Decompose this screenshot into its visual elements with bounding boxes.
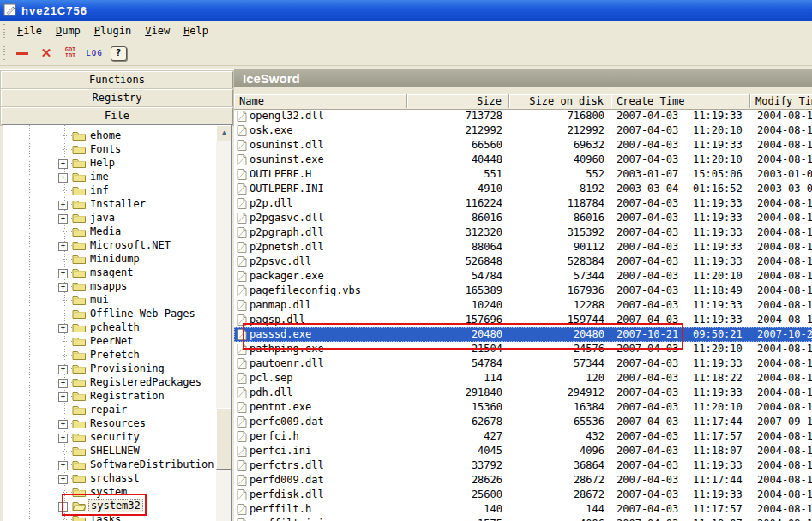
cell-size: 427 xyxy=(407,431,502,442)
tree-item-shellnew[interactable]: SHELLNEW xyxy=(3,444,214,458)
app-icon[interactable] xyxy=(3,3,17,17)
tree-item-peernet[interactable]: PeerNet xyxy=(3,334,214,348)
menubar-gripper[interactable] xyxy=(3,24,5,38)
cell-name: perfctrs.dll xyxy=(250,460,324,471)
tree-expander-icon[interactable]: + xyxy=(58,159,68,169)
table-row[interactable]: perfc009.dat62678655362007-04-0311:17:44… xyxy=(234,415,812,429)
sidebar-section-file[interactable]: File xyxy=(1,107,233,125)
table-row[interactable]: p2pnetsh.dll88064901122007-04-0311:19:33… xyxy=(234,240,812,255)
scroll-thumb[interactable] xyxy=(216,408,232,470)
table-row[interactable]: OUTLPERF.H5515522003-01-0715:05:062003-0… xyxy=(234,167,812,182)
tree-item-softwaredistribution[interactable]: +SoftwareDistribution xyxy=(3,458,214,471)
tree-item-msapps[interactable]: +msapps xyxy=(3,279,214,293)
scroll-up-button[interactable]: ▲ xyxy=(216,125,232,141)
tree-item-security[interactable]: +security xyxy=(3,430,214,444)
table-row[interactable]: pcl.sep1141202007-04-0311:18:222004-08-1… xyxy=(234,371,812,386)
tree-expander-icon[interactable]: + xyxy=(58,475,68,484)
tree-expander-icon[interactable]: + xyxy=(58,379,68,388)
tree-item-minidump[interactable]: Minidump xyxy=(3,252,214,266)
tree-expander-icon[interactable]: + xyxy=(58,392,68,402)
tree-expander-icon[interactable]: + xyxy=(58,434,68,443)
table-row[interactable]: pdh.dll2918402949122007-04-0311:19:33200… xyxy=(234,386,812,400)
tree-item-java[interactable]: +java xyxy=(3,211,214,225)
sidebar-section-functions[interactable]: Functions xyxy=(1,71,233,89)
tree-item-ime[interactable]: +ime xyxy=(3,170,214,183)
tree-expander-icon[interactable]: + xyxy=(58,365,68,374)
tree-item-repair[interactable]: repair xyxy=(3,403,214,416)
gdt-idt-button[interactable]: GDT IDT xyxy=(60,44,81,63)
tree-item-pchealth[interactable]: +pchealth xyxy=(3,320,214,334)
tree-item-help[interactable]: +Help xyxy=(3,156,214,170)
column-header-size[interactable]: Size xyxy=(407,94,509,108)
table-row[interactable]: osk.exe2129922129922007-04-0311:20:10200… xyxy=(234,123,812,138)
tree-item-registeredpackages[interactable]: +RegisteredPackages xyxy=(3,375,214,389)
cell-size-on-disk: 57344 xyxy=(509,358,604,369)
table-row[interactable]: perfdisk.dll25600286722007-04-0311:19:33… xyxy=(234,488,812,502)
tree-item-inf[interactable]: inf xyxy=(3,183,214,197)
table-row[interactable]: perffilt.h1401442007-04-0311:17:572004-0… xyxy=(234,502,812,517)
tree-item-msagent[interactable]: +msagent xyxy=(3,266,214,279)
minimize-tool-button[interactable] xyxy=(12,44,33,63)
tree-expander-icon[interactable]: + xyxy=(58,214,68,224)
tree-item-prefetch[interactable]: Prefetch xyxy=(3,348,214,362)
tree-item-mui[interactable]: mui xyxy=(3,293,214,307)
tree-item-provisioning[interactable]: +Provisioning xyxy=(3,362,214,375)
tree-item-media[interactable]: Media xyxy=(3,225,214,238)
table-row[interactable]: osuninst.exe40448409602007-04-0311:20:10… xyxy=(234,153,812,167)
tree-item-ehome[interactable]: ehome xyxy=(3,129,214,142)
tree-item-resources[interactable]: +Resources xyxy=(3,416,214,430)
tree-expander-icon[interactable]: + xyxy=(58,324,68,333)
menu-item-view[interactable]: View xyxy=(138,23,177,39)
column-header-create-time[interactable]: Create Time xyxy=(611,94,750,108)
close-tool-button[interactable]: ✕ xyxy=(36,44,57,63)
table-row[interactable]: perfd009.dat28626286722007-04-0311:17:44… xyxy=(234,473,812,488)
tree-item-srchasst[interactable]: +srchasst xyxy=(3,471,214,485)
table-row[interactable]: pagefileconfig.vbs1653891679362007-04-03… xyxy=(234,284,812,298)
table-row[interactable]: packager.exe54784573442007-04-0311:20:10… xyxy=(234,269,812,284)
menu-item-plugin[interactable]: Plugin xyxy=(87,23,138,39)
tree-expander-icon[interactable]: + xyxy=(58,269,68,278)
help-button[interactable]: ? xyxy=(108,44,129,63)
folder-icon xyxy=(72,431,87,443)
menu-item-file[interactable]: File xyxy=(10,23,49,39)
table-row[interactable]: perffilt.ini157540962007-04-0311:18:0720… xyxy=(234,517,812,521)
tree-expander-icon[interactable]: + xyxy=(58,242,68,251)
cell-size: 551 xyxy=(407,169,502,180)
table-row[interactable]: opengl32.dll7137287168002007-04-0311:19:… xyxy=(234,109,812,123)
tree-item-microsoft-net[interactable]: +Microsoft.NET xyxy=(3,238,214,252)
menu-item-help[interactable]: Help xyxy=(177,23,215,39)
table-row[interactable]: perfctrs.dll33792368642007-04-0311:19:33… xyxy=(234,458,812,473)
sidebar-section-registry[interactable]: Registry xyxy=(1,89,233,107)
tree-item-registration[interactable]: +Registration xyxy=(3,389,214,403)
table-row[interactable]: osuninst.dll66560696322007-04-0311:19:33… xyxy=(234,138,812,153)
tree-expander-icon[interactable]: + xyxy=(58,173,68,183)
table-row[interactable]: p2pgraph.dll3123203153922007-04-0311:19:… xyxy=(234,225,812,240)
table-row[interactable]: pautoenr.dll54784573442007-04-0311:19:33… xyxy=(234,356,812,371)
column-header-size-on-disk[interactable]: Size on disk xyxy=(509,94,611,108)
table-row[interactable]: p2p.dll1162241187842007-04-0311:19:33200… xyxy=(234,196,812,211)
tree-item-fonts[interactable]: Fonts xyxy=(3,142,214,156)
column-header-modify-time[interactable]: Modify Time xyxy=(750,94,812,108)
tree-expander-icon[interactable]: + xyxy=(58,201,68,210)
table-row[interactable]: p2pgasvc.dll86016860162007-04-0311:19:33… xyxy=(234,211,812,225)
cell-size: 212992 xyxy=(407,125,502,136)
column-header-name[interactable]: Name xyxy=(234,94,407,108)
tree-expander-icon[interactable]: + xyxy=(58,461,68,470)
tree-item-label: SHELLNEW xyxy=(88,445,141,457)
menu-item-dump[interactable]: Dump xyxy=(49,23,87,39)
table-row[interactable]: perfci.ini404540962007-04-0311:18:072004… xyxy=(234,444,812,458)
log-button[interactable]: LOG xyxy=(84,44,105,63)
tree-item-installer[interactable]: +Installer xyxy=(3,197,214,211)
table-row[interactable]: OUTLPERF.INI491081922003-03-0401:16:5220… xyxy=(234,182,812,196)
tree-expander-icon[interactable]: + xyxy=(58,283,68,292)
tree-scrollbar[interactable]: ▲ xyxy=(216,125,231,521)
table-row[interactable]: p2psvc.dll5268485283842007-04-0311:19:33… xyxy=(234,255,812,269)
table-row[interactable]: pentnt.exe15360163842007-04-0311:20:1020… xyxy=(234,400,812,415)
tree-expander-icon[interactable]: + xyxy=(58,420,68,429)
table-row[interactable]: panmap.dll10240122882007-04-0311:19:3320… xyxy=(234,298,812,313)
title-bar[interactable]: hve21C756 xyxy=(0,0,812,21)
tree-item-offline-web-pages[interactable]: Offline Web Pages xyxy=(3,307,214,320)
file-icon xyxy=(236,488,248,501)
table-row[interactable]: perfci.h4274322007-04-0311:17:572004-08-… xyxy=(234,429,812,444)
toolbar-gripper[interactable] xyxy=(3,46,5,60)
